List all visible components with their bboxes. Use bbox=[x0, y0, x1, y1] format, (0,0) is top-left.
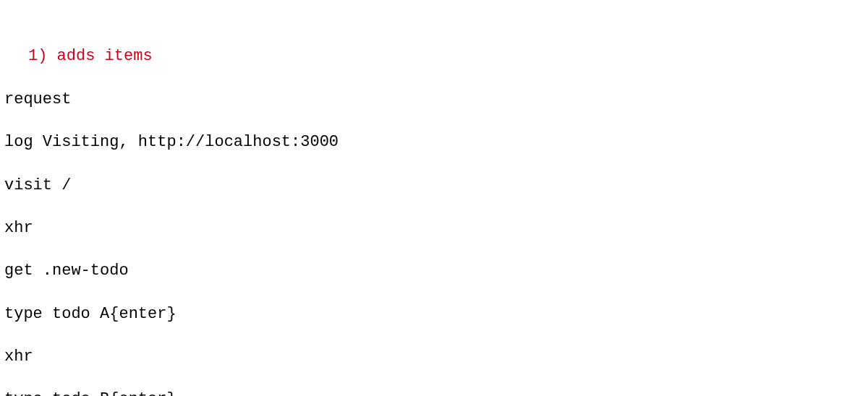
log-line-visiting: log Visiting, http://localhost:3000 bbox=[4, 132, 864, 153]
log-line-get-newtodo: get .new-todo bbox=[4, 260, 864, 282]
log-line-request: request bbox=[4, 89, 864, 111]
log-line-type-a: type todo A{enter} bbox=[4, 304, 864, 325]
test-name: adds items bbox=[57, 47, 153, 65]
log-line-xhr-2: xhr bbox=[4, 346, 864, 368]
test-index: 1) bbox=[28, 47, 47, 65]
log-line-visit: visit / bbox=[4, 175, 864, 197]
test-title: 1) adds items bbox=[4, 46, 864, 67]
log-line-type-b: type todo B{enter} bbox=[4, 389, 864, 396]
log-line-xhr-1: xhr bbox=[4, 218, 864, 239]
